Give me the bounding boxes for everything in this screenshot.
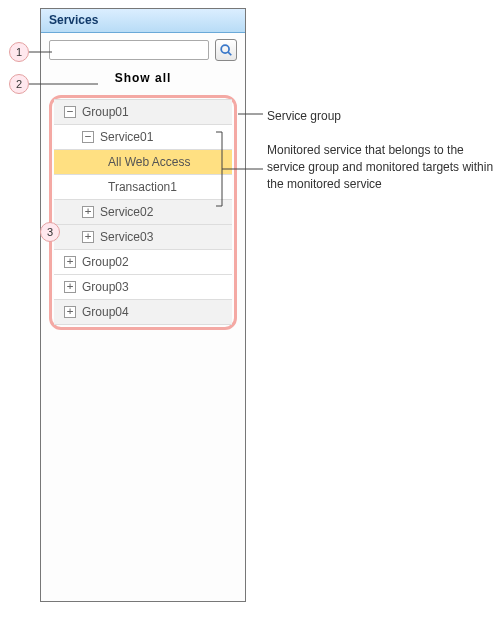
- panel-title: Services: [49, 13, 98, 27]
- tree-label: Service01: [100, 130, 232, 144]
- magnifier-icon: [219, 43, 233, 57]
- tree-service[interactable]: + Service03: [54, 224, 232, 250]
- callout-badge-3: 3: [40, 222, 60, 242]
- panel-header: Services: [41, 9, 245, 33]
- tree-target[interactable]: Transaction1: [54, 174, 232, 200]
- expand-icon[interactable]: +: [64, 281, 76, 293]
- svg-point-0: [221, 45, 229, 53]
- tree-service[interactable]: + Service02: [54, 199, 232, 225]
- tree-label: Transaction1: [108, 180, 232, 194]
- annotation-service-group: Service group: [267, 108, 341, 125]
- expand-icon[interactable]: +: [64, 306, 76, 318]
- tree-target-selected[interactable]: All Web Access: [54, 149, 232, 175]
- expand-icon[interactable]: +: [64, 256, 76, 268]
- annotation-monitored-service: Monitored service that belongs to the se…: [267, 142, 497, 192]
- tree-group[interactable]: + Group03: [54, 274, 232, 300]
- search-input[interactable]: [49, 40, 209, 60]
- show-all-link[interactable]: Show all: [41, 67, 245, 95]
- services-panel: Services Show all − Group01 − Service01 …: [40, 8, 246, 602]
- callout-badge-1: 1: [9, 42, 29, 62]
- search-button[interactable]: [215, 39, 237, 61]
- expand-icon[interactable]: +: [82, 206, 94, 218]
- collapse-icon[interactable]: −: [64, 106, 76, 118]
- tree-label: Group02: [82, 255, 232, 269]
- tree-label: Service03: [100, 230, 232, 244]
- tree: − Group01 − Service01 All Web Access Tra…: [49, 95, 237, 330]
- callout-badge-2: 2: [9, 74, 29, 94]
- tree-label: Group04: [82, 305, 232, 319]
- tree-service[interactable]: − Service01: [54, 124, 232, 150]
- tree-group[interactable]: − Group01: [54, 99, 232, 125]
- svg-line-1: [228, 52, 231, 55]
- tree-label: Service02: [100, 205, 232, 219]
- tree-label: Group01: [82, 105, 232, 119]
- collapse-icon[interactable]: −: [82, 131, 94, 143]
- search-row: [41, 33, 245, 67]
- tree-group[interactable]: + Group02: [54, 249, 232, 275]
- tree-label: All Web Access: [108, 155, 232, 169]
- tree-label: Group03: [82, 280, 232, 294]
- tree-group[interactable]: + Group04: [54, 299, 232, 325]
- expand-icon[interactable]: +: [82, 231, 94, 243]
